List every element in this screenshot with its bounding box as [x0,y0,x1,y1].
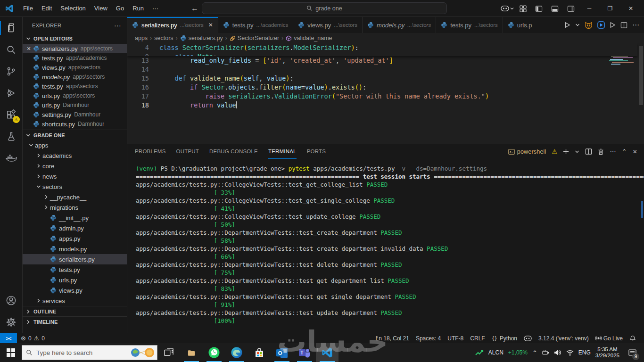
activity-extensions[interactable]: ⚠ [0,104,23,125]
terminal-scrollbar[interactable] [641,201,643,218]
menu-file[interactable]: File [19,3,37,14]
timeline-section-header[interactable]: TIMELINE [23,316,127,327]
activity-explorer[interactable] [0,17,23,39]
explorer-more-actions-button[interactable]: ··· [114,22,121,29]
taskbar-task-view[interactable] [157,343,180,362]
close-icon[interactable]: ✕ [208,22,213,28]
status-go-live[interactable]: Go Live [592,333,626,344]
taskbar-file-explorer[interactable] [180,343,203,362]
run-chevron[interactable] [575,23,580,27]
panel-tab-debug-console[interactable]: DEBUG CONSOLE [209,144,258,159]
status-eol[interactable]: CRLF [467,333,488,344]
close-button[interactable]: ✕ [621,0,640,17]
open-editor-item[interactable]: settings.pyDamnhour [23,110,127,119]
tab-views-py[interactable]: views.py...\sectors [293,17,363,33]
tree-item-urls-py[interactable]: urls.py [23,275,127,285]
breadcrumb-item-serializers-py[interactable]: serializers.py [180,35,223,41]
activity-testing[interactable] [0,125,23,147]
open-editor-item[interactable]: urls.pyDamnhour [23,100,127,110]
open-editor-item[interactable]: tests.pyapps\academics [23,53,127,63]
activity-docker[interactable] [0,147,23,169]
menu-selection[interactable]: Selection [56,3,90,14]
panel-more-actions-button[interactable]: ⋯ [610,148,616,155]
tree-item--pycache-[interactable]: __pycache__ [23,192,127,202]
outline-section-header[interactable]: OUTLINE [23,306,127,316]
tree-item--init-py[interactable]: __init__.py [23,213,127,223]
taskbar-vscode[interactable] [316,343,339,362]
power-icon[interactable] [542,350,549,355]
tree-item-academics[interactable]: academics [23,150,127,161]
open-editor-item[interactable]: models.pyapps\sectors [23,72,127,82]
stock-chart-icon[interactable] [475,349,484,356]
terminal-output[interactable]: (venv) PS D:\graduation project\grade on… [127,159,644,333]
taskbar-whatsapp[interactable] [203,343,225,362]
command-center-search[interactable]: grade one [202,2,447,14]
toggle-sidebar-button[interactable] [532,2,546,15]
tree-item-serializers-py[interactable]: serializers.py [23,254,127,264]
tree-item-core[interactable]: core [23,161,127,171]
activity-run-debug[interactable] [0,82,23,104]
tab-models-py[interactable]: models.py...\sectors [363,17,436,33]
kill-terminal-button[interactable] [598,148,604,155]
activity-source-control[interactable] [0,60,23,82]
project-section-header[interactable]: GRADE ONE [23,130,127,140]
breadcrumb-item-sectors[interactable]: sectors [154,35,173,41]
status-indentation[interactable]: Spaces: 4 [413,333,444,344]
tree-item-apps[interactable]: apps [23,140,127,150]
customize-layout-button[interactable] [516,2,530,15]
menu-edit[interactable]: Edit [37,3,56,14]
volume-icon[interactable] [554,349,561,356]
status-copilot-status[interactable] [520,333,535,344]
breadcrumb-item-sectorserializer[interactable]: SectorSerializer [230,35,279,41]
tray-expand-chevron[interactable]: ⌃ [532,349,537,356]
stock-ticker[interactable]: ALCN [488,349,504,356]
close-icon[interactable]: ✕ [25,46,32,52]
code-editor[interactable]: 4class SectorSerializer(serializers.Mode… [127,43,644,161]
tab-tests-py[interactable]: tests.py...\academics [218,17,294,33]
launch-profile-chevron[interactable] [575,149,579,154]
activity-account[interactable] [0,289,23,311]
open-editor-item[interactable]: urls.pyapps\sectors [23,91,127,100]
taskbar-outlook[interactable]: O [271,343,293,362]
menu-go[interactable]: Go [112,3,128,14]
taskbar-store[interactable] [248,343,271,362]
maximize-panel-button[interactable]: ⌃ [622,148,627,155]
tree-item-tests-py[interactable]: tests.py [23,264,127,275]
restore-button[interactable]: ❐ [601,0,619,17]
breadcrumb[interactable]: apps›sectors›serializers.py›SectorSerial… [127,33,644,43]
open-editor-item[interactable]: tests.pyapps\sectors [23,82,127,91]
split-editor-button[interactable] [620,22,627,29]
editor-scrollbar[interactable] [637,43,644,161]
pets-cat-button[interactable] [585,22,593,29]
tree-item-apps-py[interactable]: apps.py [23,233,127,244]
toggle-panel-button[interactable] [548,2,562,15]
menu-more-button[interactable]: ··· [148,3,163,14]
open-editors-section-header[interactable]: OPEN EDITORS [23,33,127,44]
status-cursor-position[interactable]: Ln 18, Col 21 [372,333,413,344]
tab-tests-py[interactable]: tests.py...\sectors [436,17,503,33]
terminal-shell-label[interactable]: powershell [508,148,546,155]
warning-count[interactable]: 0 [41,335,45,342]
status-encoding[interactable]: UTF-8 [444,333,467,344]
remote-indicator[interactable]: >< [0,333,17,344]
open-editor-item[interactable]: views.pyapps\sectors [23,63,127,72]
menu-view[interactable]: View [90,3,112,14]
open-editor-item[interactable]: shortcuts.pyDamnhour [23,119,127,129]
tree-item-sectors[interactable]: sectors [23,181,127,192]
toggle-secondary-sidebar-button[interactable] [564,2,578,15]
breadcrumb-item-apps[interactable]: apps [135,35,148,41]
status-language-mode[interactable]: {}Python [488,333,520,344]
tree-item-models-py[interactable]: models.py [23,244,127,254]
breadcrumb-item-validate-name[interactable]: validate_name [286,35,332,41]
copilot-menu-button[interactable] [501,5,514,12]
start-button[interactable] [0,343,22,362]
run-python-file-button[interactable] [564,22,570,28]
status-notifications-bell[interactable] [626,333,639,344]
panel-tab-terminal[interactable]: TERMINAL [268,144,297,159]
more-actions-button[interactable]: ⋯ [632,21,639,29]
tree-item-migrations[interactable]: migrations [23,202,127,213]
tree-item-services[interactable]: services [23,296,127,306]
taskbar-teams[interactable]: T [293,343,316,362]
clock[interactable]: 5:35 AM 3/29/2025 [595,346,619,359]
activity-search[interactable] [0,39,23,60]
